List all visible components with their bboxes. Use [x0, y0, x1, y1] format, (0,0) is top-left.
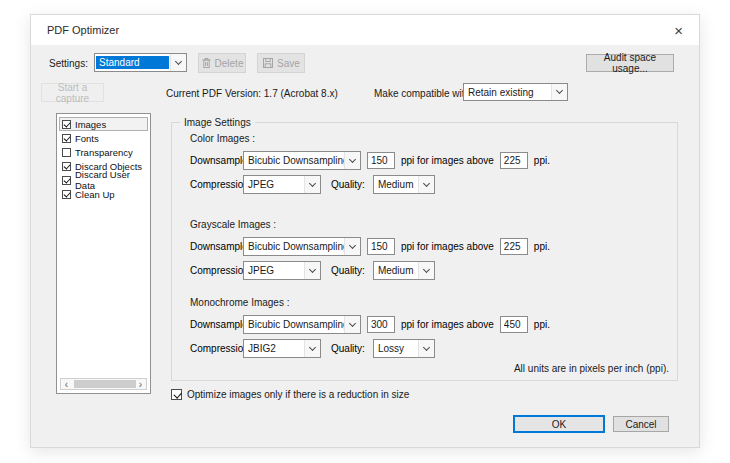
color-quality-value: Medium — [374, 179, 418, 190]
ppi-suffix-text: ppi. — [534, 155, 550, 166]
horizontal-scrollbar[interactable]: ‹ › — [60, 378, 147, 390]
list-item-label: Fonts — [75, 133, 99, 144]
image-settings-group: Image Settings Color Images : Downsample… — [171, 122, 678, 381]
color-quality-select[interactable]: Medium — [373, 175, 435, 194]
discard-objects-checkbox[interactable] — [62, 162, 71, 171]
monochrome-downsample-select[interactable]: Bicubic Downsampling to — [243, 315, 361, 334]
grayscale-downsample-select[interactable]: Bicubic Downsampling to — [243, 237, 361, 256]
section-color-images: Color Images : Downsample: Bicubic Downs… — [190, 133, 669, 199]
color-compression-select[interactable]: JPEG — [243, 175, 321, 194]
grayscale-downsample-value: Bicubic Downsampling to — [244, 241, 344, 252]
grayscale-ppi-input[interactable] — [367, 238, 395, 255]
group-title: Image Settings — [180, 117, 255, 128]
list-item-images[interactable]: Images — [59, 117, 148, 131]
section-title: Grayscale Images : — [190, 219, 669, 230]
optimize-images-label: Optimize images only if there is a reduc… — [187, 389, 409, 400]
scroll-right-icon[interactable]: › — [135, 379, 146, 389]
downsample-label: Downsample: — [190, 319, 243, 330]
downsample-label: Downsample: — [190, 155, 243, 166]
current-pdf-version-text: Current PDF Version: 1.7 (Acrobat 8.x) — [166, 88, 338, 99]
close-icon[interactable]: × — [674, 23, 683, 38]
ppi-suffix-text: ppi. — [534, 319, 550, 330]
monochrome-downsample-value: Bicubic Downsampling to — [244, 319, 344, 330]
chevron-down-icon[interactable] — [344, 152, 360, 169]
compression-label: Compression: — [190, 343, 243, 354]
grayscale-quality-value: Medium — [374, 265, 418, 276]
transparency-checkbox[interactable] — [62, 148, 71, 157]
color-compression-value: JPEG — [244, 179, 304, 190]
make-compatible-select[interactable]: Retain existing — [463, 83, 568, 101]
monochrome-quality-value: Lossy — [374, 343, 418, 354]
color-ppi-input[interactable] — [367, 152, 395, 169]
chevron-down-icon[interactable] — [418, 340, 434, 357]
chevron-down-icon[interactable] — [304, 262, 320, 279]
compression-label: Compression: — [190, 265, 243, 276]
fonts-checkbox[interactable] — [62, 134, 71, 143]
save-button[interactable]: Save — [257, 53, 305, 73]
chevron-down-icon[interactable] — [344, 238, 360, 255]
monochrome-compression-value: JBIG2 — [244, 343, 304, 354]
chevron-down-icon[interactable] — [170, 54, 186, 71]
pdf-optimizer-dialog: PDF Optimizer × Settings: Standard Delet… — [30, 14, 700, 448]
color-downsample-select[interactable]: Bicubic Downsampling to — [243, 151, 361, 170]
list-item-discard-user-data[interactable]: Discard User Data — [59, 173, 148, 187]
cancel-button[interactable]: Cancel — [613, 416, 669, 432]
title-bar: PDF Optimizer × — [31, 15, 699, 45]
color-downsample-value: Bicubic Downsampling to — [244, 155, 344, 166]
delete-button-label: Delete — [215, 58, 244, 69]
grayscale-compression-select[interactable]: JPEG — [243, 261, 321, 280]
grayscale-ppi-above-input[interactable] — [500, 238, 528, 255]
quality-label: Quality: — [331, 179, 365, 190]
make-compatible-label: Make compatible with: — [374, 88, 473, 99]
ppi-for-images-above-text: ppi for images above — [401, 155, 494, 166]
chevron-down-icon[interactable] — [418, 262, 434, 279]
trash-icon — [201, 57, 212, 69]
list-item-transparency[interactable]: Transparency — [59, 145, 148, 159]
start-capture-button[interactable]: Start a capture — [41, 83, 104, 102]
audit-space-usage-button[interactable]: Audit space usage... — [586, 54, 674, 72]
dialog-title: PDF Optimizer — [47, 24, 119, 36]
list-item-label: Clean Up — [75, 189, 115, 200]
list-item-label: Transparency — [75, 147, 133, 158]
list-item-fonts[interactable]: Fonts — [59, 131, 148, 145]
optimize-images-checkbox[interactable] — [171, 389, 182, 400]
downsample-label: Downsample: — [190, 241, 243, 252]
chevron-down-icon[interactable] — [418, 176, 434, 193]
grayscale-quality-select[interactable]: Medium — [373, 261, 435, 280]
units-note: All units are in pixels per inch (ppi). — [514, 363, 669, 374]
monochrome-quality-select[interactable]: Lossy — [373, 339, 435, 358]
ppi-for-images-above-text: ppi for images above — [401, 319, 494, 330]
section-monochrome-images: Monochrome Images : Downsample: Bicubic … — [190, 297, 669, 363]
ok-button[interactable]: OK — [513, 415, 605, 433]
make-compatible-value: Retain existing — [464, 87, 551, 98]
monochrome-ppi-input[interactable] — [367, 316, 395, 333]
ppi-for-images-above-text: ppi for images above — [401, 241, 494, 252]
scrollbar-thumb[interactable] — [74, 380, 136, 388]
clean-up-checkbox[interactable] — [62, 190, 71, 199]
scroll-left-icon[interactable]: ‹ — [61, 379, 72, 389]
delete-button[interactable]: Delete — [198, 53, 246, 73]
section-grayscale-images: Grayscale Images : Downsample: Bicubic D… — [190, 219, 669, 285]
settings-selected-value: Standard — [96, 56, 169, 69]
save-icon — [262, 57, 274, 69]
chevron-down-icon[interactable] — [304, 340, 320, 357]
compression-label: Compression: — [190, 179, 243, 190]
chevron-down-icon[interactable] — [304, 176, 320, 193]
chevron-down-icon[interactable] — [551, 84, 567, 100]
settings-label: Settings: — [49, 58, 88, 69]
list-item-label: Images — [75, 119, 106, 130]
optimize-images-row: Optimize images only if there is a reduc… — [171, 389, 409, 400]
monochrome-ppi-above-input[interactable] — [500, 316, 528, 333]
quality-label: Quality: — [331, 343, 365, 354]
images-checkbox[interactable] — [62, 120, 71, 129]
section-title: Monochrome Images : — [190, 297, 669, 308]
save-button-label: Save — [277, 58, 300, 69]
monochrome-compression-select[interactable]: JBIG2 — [243, 339, 321, 358]
discard-user-data-checkbox[interactable] — [62, 176, 71, 185]
chevron-down-icon[interactable] — [344, 316, 360, 333]
section-title: Color Images : — [190, 133, 669, 144]
settings-select[interactable]: Standard — [94, 53, 187, 72]
ppi-suffix-text: ppi. — [534, 241, 550, 252]
optimizer-options-list: Images Fonts Transparency Discard Object… — [56, 113, 151, 394]
color-ppi-above-input[interactable] — [500, 152, 528, 169]
